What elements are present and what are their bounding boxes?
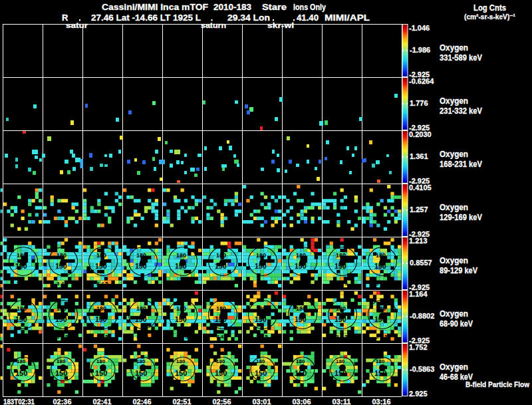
svg-text:skr-wl: skr-wl	[267, 21, 294, 29]
svg-text:3 4 5: 3 4 5	[136, 281, 148, 287]
svg-text:150: 150	[295, 262, 307, 270]
svg-text:180: 180	[216, 305, 226, 312]
svg-text:-1.046: -1.046	[409, 24, 430, 32]
svg-text:180: 180	[336, 305, 346, 312]
svg-text:150: 150	[295, 315, 307, 323]
svg-text:150: 150	[55, 262, 67, 270]
svg-text:129-169 keV: 129-169 keV	[440, 213, 482, 222]
svg-text:Oxygen: Oxygen	[440, 256, 468, 265]
svg-text:3 4 5: 3 4 5	[136, 334, 148, 340]
svg-text:Oxygen: Oxygen	[440, 309, 468, 319]
svg-text:3 4 5: 3 4 5	[57, 281, 68, 287]
svg-text:02:41: 02:41	[93, 398, 112, 405]
svg-text:3 4 5: 3 4 5	[17, 334, 29, 340]
svg-text:3 4 5: 3 4 5	[216, 281, 228, 287]
svg-text:180: 180	[96, 252, 106, 259]
svg-text:180: 180	[216, 358, 225, 364]
svg-text:180: 180	[176, 305, 186, 312]
svg-text:3 4 5: 3 4 5	[256, 281, 268, 287]
svg-text:150: 150	[334, 262, 346, 270]
svg-text:0.8557: 0.8557	[410, 259, 432, 267]
svg-text:02:51: 02:51	[173, 398, 192, 405]
svg-text:1.361: 1.361	[410, 152, 428, 160]
svg-text:150: 150	[135, 262, 147, 270]
svg-text:3 4 5: 3 4 5	[336, 334, 348, 340]
svg-text:180: 180	[136, 252, 146, 259]
svg-text:27.46 Lat -14.66 LT 1925 L: 27.46 Lat -14.66 LT 1925 L	[91, 13, 201, 23]
svg-text:180: 180	[17, 305, 27, 312]
svg-text:Oxygen: Oxygen	[440, 43, 468, 53]
svg-text:41.40: 41.40	[297, 13, 319, 23]
svg-text:180: 180	[376, 252, 386, 259]
svg-text:180: 180	[57, 358, 66, 364]
svg-text:3 4 5: 3 4 5	[216, 334, 228, 340]
svg-text:180: 180	[336, 252, 346, 259]
svg-text:03:06: 03:06	[293, 398, 311, 405]
svg-text:150: 150	[215, 262, 227, 270]
svg-text:satur: satur	[66, 21, 88, 29]
svg-text:180: 180	[96, 358, 106, 364]
svg-text:02:46: 02:46	[133, 398, 152, 405]
svg-text:150: 150	[55, 369, 67, 377]
svg-text:03:16: 03:16	[372, 398, 391, 405]
svg-text:2.925: 2.925	[409, 390, 428, 398]
svg-text:150: 150	[95, 315, 107, 323]
svg-text:02:56: 02:56	[213, 398, 231, 405]
svg-text:1.776: 1.776	[410, 99, 428, 107]
svg-text:150: 150	[15, 369, 27, 377]
svg-text:-0.5863: -0.5863	[410, 365, 434, 373]
svg-text:180: 180	[376, 305, 386, 312]
svg-text:180: 180	[296, 358, 305, 364]
svg-text:Oxygen: Oxygen	[440, 203, 468, 212]
svg-text:150: 150	[15, 262, 27, 270]
svg-text:331-589 keV: 331-589 keV	[440, 53, 482, 63]
svg-text:150: 150	[255, 315, 267, 323]
svg-text:180: 180	[176, 358, 186, 364]
svg-text:180: 180	[17, 252, 27, 259]
svg-text:1.164: 1.164	[409, 290, 428, 298]
svg-text:29.34 Lon: 29.34 Lon	[227, 13, 270, 23]
svg-text:saturn: saturn	[201, 21, 226, 29]
svg-text:-0.6264: -0.6264	[409, 77, 434, 85]
svg-text:150: 150	[135, 369, 147, 377]
svg-text:Log Cnts: Log Cnts	[473, 3, 506, 13]
svg-text:150: 150	[255, 369, 267, 377]
svg-text:150: 150	[95, 262, 107, 270]
svg-text:(cm²-sr-s-keV)⁻¹: (cm²-sr-s-keV)⁻¹	[464, 13, 515, 21]
svg-text:1.213: 1.213	[409, 237, 428, 245]
svg-text:150: 150	[295, 369, 307, 377]
svg-text:150: 150	[374, 315, 386, 323]
svg-text:180: 180	[256, 358, 265, 364]
svg-text:150: 150	[175, 369, 187, 377]
svg-text:3 4 5: 3 4 5	[17, 281, 29, 287]
svg-text:150: 150	[334, 315, 346, 323]
svg-text:Cassini/MIMI Inca mTOF: Cassini/MIMI Inca mTOF	[102, 2, 208, 12]
svg-text:180: 180	[296, 305, 306, 312]
svg-text:231-332 keV: 231-332 keV	[440, 106, 482, 116]
svg-text:183T02:31: 183T02:31	[3, 398, 35, 405]
svg-text:MIMI/APL: MIMI/APL	[325, 13, 370, 23]
svg-text:0.2030: 0.2030	[409, 130, 432, 138]
svg-text:180: 180	[136, 358, 146, 364]
svg-text:3 4 5: 3 4 5	[96, 281, 108, 287]
svg-text:3 4 5: 3 4 5	[296, 334, 308, 340]
svg-text:0.4105: 0.4105	[409, 184, 432, 192]
svg-text:150: 150	[215, 315, 227, 323]
svg-text:2010-183: 2010-183	[213, 2, 251, 12]
svg-text:180: 180	[336, 358, 345, 364]
svg-text:180: 180	[176, 252, 186, 259]
svg-text:150: 150	[15, 315, 27, 323]
svg-text:3 4 5: 3 4 5	[57, 334, 68, 340]
svg-text:150: 150	[175, 315, 187, 323]
svg-text:180: 180	[296, 252, 306, 259]
svg-text:150: 150	[374, 262, 386, 270]
svg-text:Oxygen: Oxygen	[440, 362, 468, 372]
svg-text:180: 180	[256, 252, 266, 259]
svg-text:3 4 5: 3 4 5	[176, 334, 188, 340]
svg-text:180: 180	[216, 252, 226, 259]
svg-text:3 4 5: 3 4 5	[336, 281, 348, 287]
svg-text:180: 180	[96, 305, 106, 312]
svg-text:-1.986: -1.986	[410, 46, 430, 54]
svg-text:68-90 keV: 68-90 keV	[440, 319, 473, 329]
svg-text:180: 180	[57, 305, 66, 312]
